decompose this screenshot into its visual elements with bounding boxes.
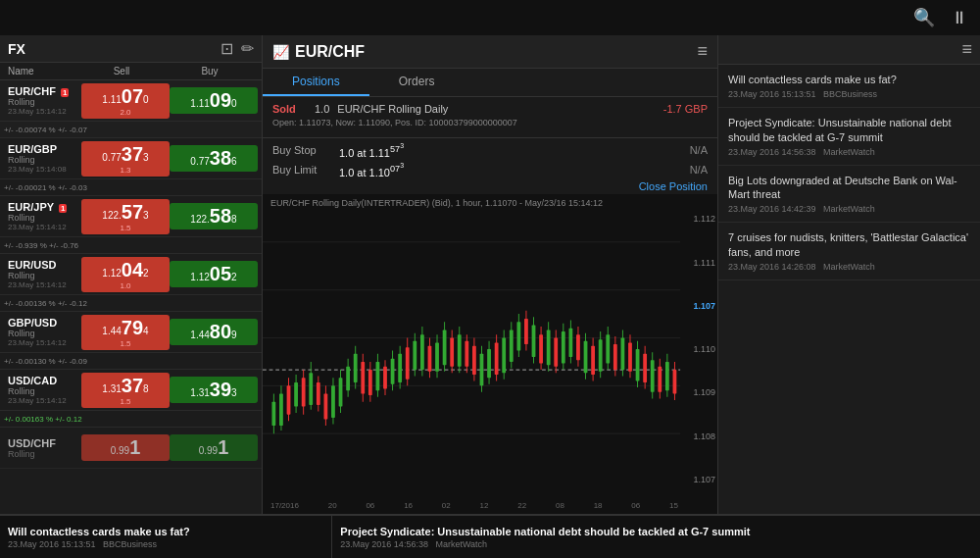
fx-spread-eurusd: +/- -0.00136 % +/- -0.12 xyxy=(0,295,262,312)
fx-panel: FX ⊡ ✏ Name Sell Buy EUR/CHF 1 Rolling 2… xyxy=(0,35,263,514)
bottom-news-2[interactable]: Project Syndicate: Unsustainable nationa… xyxy=(332,515,980,558)
buy-limit-price: 1.0 at 1.10073 xyxy=(339,162,404,178)
fx-row-usdcad[interactable]: USD/CAD Rolling 23.May 15:14:12 1.31 37 … xyxy=(0,370,262,411)
close-position-container: Close Position xyxy=(272,180,708,192)
buy-price-gbpusd[interactable]: 1.44 80 9 xyxy=(170,319,258,345)
pause-icon[interactable]: ⏸ xyxy=(951,8,968,28)
fx-row-eurgbp[interactable]: EUR/GBP Rolling 23.May 15:14:08 0.77 37 … xyxy=(0,138,262,179)
expand-icon[interactable]: ⊡ xyxy=(220,39,233,58)
buy-limit-label: Buy Limit xyxy=(272,164,331,176)
fx-row-gbpusd[interactable]: GBP/USD Rolling 23.May 15:14:12 1.44 79 … xyxy=(0,312,262,353)
col-name: Name xyxy=(8,66,77,76)
close-position-button[interactable]: Close Position xyxy=(639,180,708,192)
buy-price-eurchf[interactable]: 1.11 09 0 xyxy=(170,87,258,114)
trade-direction-row: Sold 1.0 EUR/CHF Rolling Daily -1.7 GBP xyxy=(272,103,708,115)
chart-icon: 📈 xyxy=(272,44,289,60)
right-news-panel: ≡ Will contactless cards make us fat? 23… xyxy=(717,35,980,514)
order-buystop-row: Buy Stop 1.0 at 1.11573 N/A Buy Limit 1.… xyxy=(263,138,717,194)
sell-price-gbpusd[interactable]: 1.44 79 4 1.5 xyxy=(81,315,170,350)
fx-spread-eurchf: +/- -0.00074 % +/- -0.07 xyxy=(0,122,262,138)
fx-spread-eurjpy: +/- -0.939 % +/- -0.76 xyxy=(0,237,262,254)
buy-price-usdcad[interactable]: 1.31 39 3 xyxy=(170,377,258,403)
trade-pnl: -1.7 GBP xyxy=(663,103,708,115)
fx-spread-eurgbp: +/- -0.00021 % +/- -0.03 xyxy=(0,179,262,196)
top-bar: 🔍 ⏸ xyxy=(0,0,980,35)
fx-spread-gbpusd: +/- -0.00130 % +/- -0.09 xyxy=(0,353,262,370)
sell-price-eurjpy[interactable]: 122. 57 3 1.5 xyxy=(81,199,170,234)
middle-panel: 📈 EUR/CHF ≡ Positions Orders Sold 1.0 EU… xyxy=(263,35,717,514)
pair-title: EUR/CHF xyxy=(295,43,365,61)
time-scale: 17/2016 20 06 16 02 12 22 08 18 06 15 xyxy=(270,501,678,510)
buy-stop-label: Buy Stop xyxy=(272,144,331,156)
main-container: FX ⊡ ✏ Name Sell Buy EUR/CHF 1 Rolling 2… xyxy=(0,35,980,514)
fx-row-eurjpy[interactable]: EUR/JPY 1 Rolling 23.May 15:14:12 122. 5… xyxy=(0,196,262,237)
right-panel-header: ≡ xyxy=(718,35,980,65)
buy-price-eurgbp[interactable]: 0.77 38 6 xyxy=(170,145,258,172)
right-menu-icon[interactable]: ≡ xyxy=(961,39,972,60)
sell-price-usdcad[interactable]: 1.31 37 8 1.5 xyxy=(81,373,170,408)
sell-price-eurchf[interactable]: 1.11 07 0 2.0 xyxy=(81,83,170,119)
fx-name-eurchf: EUR/CHF 1 Rolling 23.May 15:14:12 xyxy=(4,85,81,116)
trade-sub-info: Open: 1.11073, Now: 1.11090, Pos. ID: 10… xyxy=(272,118,708,127)
col-buy: Buy xyxy=(166,66,254,76)
fx-header-icons: ⊡ ✏ xyxy=(220,39,254,58)
edit-icon[interactable]: ✏ xyxy=(241,39,254,58)
fx-column-headers: Name Sell Buy xyxy=(0,63,262,80)
fx-title: FX xyxy=(8,41,25,57)
bottom-ticker: Will contactless cards make us fat? 23.M… xyxy=(0,514,980,558)
pair-header: 📈 EUR/CHF ≡ xyxy=(263,35,717,69)
price-scale: 1.112 1.111 1.107 1.110 1.109 1.108 1.10… xyxy=(693,214,715,484)
buy-price-eurusd[interactable]: 1.12 05 2 xyxy=(170,261,258,287)
buy-price-usdchf[interactable]: 0.99 1 xyxy=(170,434,258,461)
sell-price-eurusd[interactable]: 1.12 04 2 1.0 xyxy=(81,257,170,292)
sell-price-eurgbp[interactable]: 0.77 37 3 1.3 xyxy=(81,141,170,177)
buy-stop-na: N/A xyxy=(690,144,708,156)
buy-stop-price: 1.0 at 1.11573 xyxy=(339,142,404,159)
pair-menu-icon[interactable]: ≡ xyxy=(697,41,708,62)
tab-positions[interactable]: Positions xyxy=(263,69,369,96)
candlestick-chart xyxy=(263,194,717,514)
trade-direction: Sold xyxy=(272,103,307,115)
fx-row-eurchf[interactable]: EUR/CHF 1 Rolling 23.May 15:14:12 1.11 0… xyxy=(0,80,262,122)
fx-spread-usdcad: +/- 0.00163 % +/- 0.12 xyxy=(0,411,262,428)
news-item-1[interactable]: Will contactless cards make us fat? 23.M… xyxy=(718,65,980,108)
search-icon[interactable]: 🔍 xyxy=(913,7,935,28)
bottom-news-1[interactable]: Will contactless cards make us fat? 23.M… xyxy=(0,515,332,558)
buy-limit-na: N/A xyxy=(690,164,708,176)
fx-row-eurusd[interactable]: EUR/USD Rolling 23.May 15:14:12 1.12 04 … xyxy=(0,254,262,295)
trade-info: Sold 1.0 EUR/CHF Rolling Daily -1.7 GBP … xyxy=(263,97,717,138)
news-item-2[interactable]: Project Syndicate: Unsustainable nationa… xyxy=(718,108,980,166)
tab-orders[interactable]: Orders xyxy=(369,69,465,96)
col-sell: Sell xyxy=(77,66,166,76)
chart-info-label: EUR/CHF Rolling Daily(INTERTRADER) (Bid)… xyxy=(270,198,603,208)
sell-price-usdchf[interactable]: 0.99 1 xyxy=(81,434,170,461)
fx-row-usdchf[interactable]: USD/CHF Rolling 0.99 1 0.99 1 xyxy=(0,428,262,469)
tabs-bar: Positions Orders xyxy=(263,69,717,97)
news-item-3[interactable]: Big Lots downgraded at Deutsche Bank on … xyxy=(718,166,980,224)
fx-panel-header: FX ⊡ ✏ xyxy=(0,35,262,63)
news-item-4[interactable]: 7 cruises for nudists, knitters, 'Battle… xyxy=(718,223,980,280)
chart-area: EUR/CHF Rolling Daily(INTERTRADER) (Bid)… xyxy=(263,194,717,514)
buy-price-eurjpy[interactable]: 122. 58 8 xyxy=(170,203,258,229)
